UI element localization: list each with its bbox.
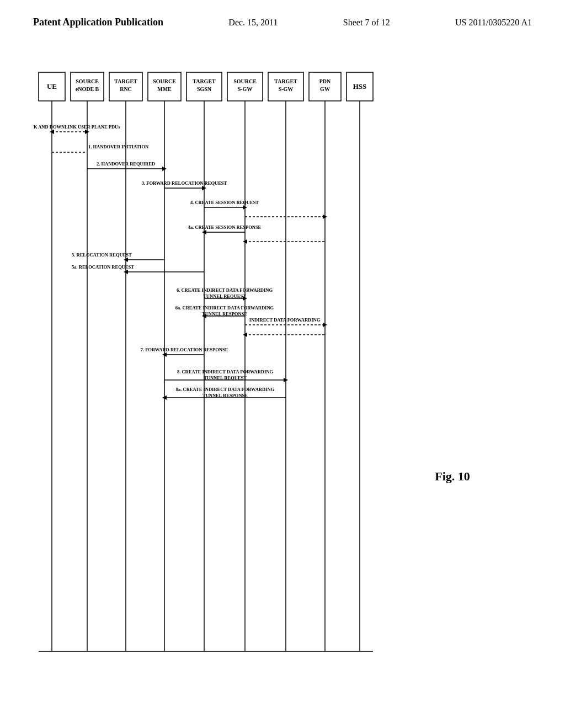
svg-text:SGSN: SGSN	[197, 86, 212, 92]
svg-text:PDN: PDN	[319, 78, 331, 84]
page-header: Patent Application Publication Dec. 15, …	[0, 0, 565, 34]
svg-text:TUNNEL RESPONSE: TUNNEL RESPONSE	[202, 393, 248, 398]
svg-text:INDIRECT DATA FORWARDING: INDIRECT DATA FORWARDING	[249, 317, 321, 323]
publication-title: Patent Application Publication	[33, 17, 163, 28]
svg-text:HSS: HSS	[353, 82, 367, 90]
svg-text:S-GW: S-GW	[279, 86, 294, 92]
svg-text:TARGET: TARGET	[193, 78, 216, 84]
sequence-diagram: UE SOURCE eNODE B TARGET RNC SOURCE MME …	[33, 61, 563, 668]
sheet-info: Sheet 7 of 12	[343, 18, 390, 28]
patent-number: US 2011/0305220 A1	[455, 18, 532, 28]
svg-text:eNODE B: eNODE B	[76, 86, 99, 92]
svg-text:8. CREATE INDIRECT DATA FORWAR: 8. CREATE INDIRECT DATA FORWARDING	[177, 369, 273, 374]
svg-text:SOURCE: SOURCE	[233, 78, 257, 84]
svg-text:7. FORWARD RELOCATION RESPONSE: 7. FORWARD RELOCATION RESPONSE	[141, 347, 228, 352]
svg-text:TARGET: TARGET	[114, 78, 137, 84]
svg-text:S-GW: S-GW	[238, 86, 253, 92]
svg-text:Fig. 10: Fig. 10	[435, 469, 470, 483]
svg-text:RNC: RNC	[120, 86, 132, 92]
publication-date: Dec. 15, 2011	[228, 18, 278, 28]
svg-text:4a. CREATE SESSION RESPONSE: 4a. CREATE SESSION RESPONSE	[188, 224, 262, 230]
svg-text:6a. CREATE INDIRECT DATA FORWA: 6a. CREATE INDIRECT DATA FORWARDING	[175, 305, 274, 311]
svg-text:SOURCE: SOURCE	[153, 78, 176, 84]
svg-text:5. RELOCATION REQUEST: 5. RELOCATION REQUEST	[72, 252, 132, 258]
svg-text:TUNNEL REQUEST: TUNNEL REQUEST	[203, 293, 246, 299]
svg-text:TARGET: TARGET	[274, 78, 297, 84]
svg-text:6. CREATE INDIRECT DATA FORWAR: 6. CREATE INDIRECT DATA FORWARDING	[177, 287, 273, 293]
svg-text:SOURCE: SOURCE	[76, 78, 99, 84]
svg-text:GW: GW	[320, 86, 330, 92]
svg-text:UPLINK AND DOWNLINK USER PLANE: UPLINK AND DOWNLINK USER PLANE PDUs	[33, 124, 120, 130]
svg-text:MME: MME	[157, 86, 172, 92]
svg-text:4. CREATE SESSION REQUEST: 4. CREATE SESSION REQUEST	[190, 200, 259, 205]
svg-text:UE: UE	[47, 82, 57, 90]
svg-text:1. HANDOVER INITIATION: 1. HANDOVER INITIATION	[88, 144, 149, 149]
svg-text:2. HANDOVER REQUIRED: 2. HANDOVER REQUIRED	[97, 161, 155, 167]
svg-text:TUNNEL REQUEST: TUNNEL REQUEST	[204, 375, 247, 381]
diagram-area: UE SOURCE eNODE B TARGET RNC SOURCE MME …	[22, 45, 543, 679]
svg-text:TUNNEL RESPONSE: TUNNEL RESPONSE	[202, 311, 247, 317]
svg-text:8a. CREATE INDIRECT DATA FORWA: 8a. CREATE INDIRECT DATA FORWARDING	[176, 387, 275, 392]
svg-text:5a. RELOCATION REQUEST: 5a. RELOCATION REQUEST	[72, 264, 134, 270]
svg-text:3. FORWARD RELOCATION REQUEST: 3. FORWARD RELOCATION REQUEST	[142, 180, 227, 186]
